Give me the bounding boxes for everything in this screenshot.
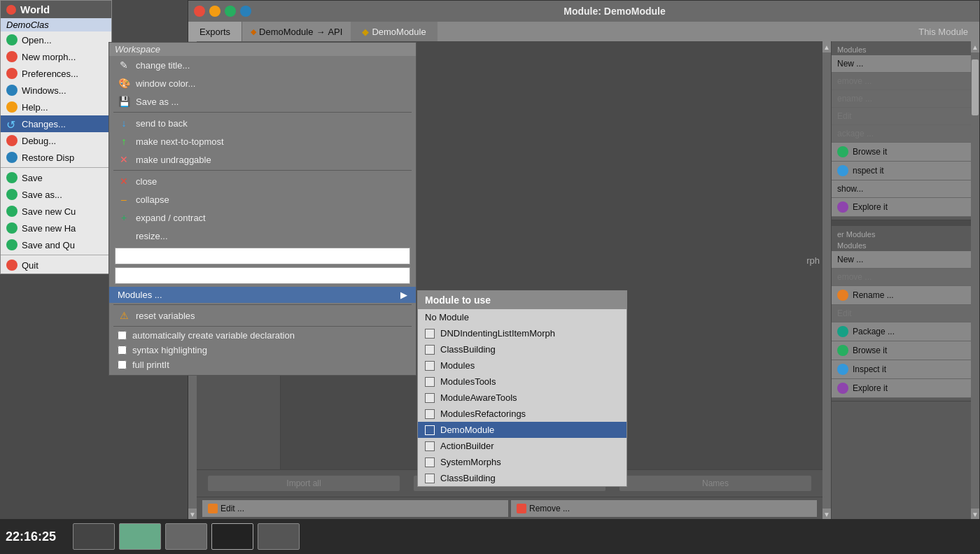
section-divider xyxy=(832,220,971,226)
auto-declare-checkbox[interactable] xyxy=(118,331,127,340)
show-button[interactable]: show... xyxy=(832,180,971,198)
cm-window-color[interactable]: 🎨 window color... xyxy=(109,74,416,92)
tab-this-module[interactable]: This Module xyxy=(907,22,979,41)
changes-icon: ↺ xyxy=(6,118,18,129)
cm-send-to-back[interactable]: ↓ send to back xyxy=(109,114,416,132)
window-minimize-button[interactable] xyxy=(209,6,220,17)
inspect2-button[interactable]: Inspect it xyxy=(832,360,971,379)
inspect-it-button[interactable]: nspect it xyxy=(832,162,971,180)
sidebar-item-save[interactable]: Save xyxy=(1,169,111,186)
module-item-demomodule[interactable]: DemoModule xyxy=(418,422,626,438)
sidebar-item-new-morph[interactable]: New morph... xyxy=(1,48,111,65)
resize-icon xyxy=(118,229,130,242)
module-item-modules[interactable]: Modules xyxy=(418,357,626,374)
syntax-highlight-checkbox[interactable] xyxy=(118,346,127,355)
scroll-up-arrow-2[interactable]: ▲ xyxy=(822,41,831,52)
save-icon xyxy=(6,172,18,183)
sidebar-item-open[interactable]: Open... xyxy=(1,31,111,48)
sidebar-item-save-new-cu[interactable]: Save new Cu xyxy=(1,203,111,220)
full-printit-checkbox[interactable] xyxy=(118,360,127,369)
submenu-arrow-icon: ▶ xyxy=(400,290,407,300)
cm-collapse[interactable]: – collapse xyxy=(109,190,416,208)
import-all-button[interactable]: Import all xyxy=(208,476,400,491)
new-module2-button[interactable]: New ... xyxy=(832,251,971,269)
taskbar-thumb-1[interactable] xyxy=(73,523,115,550)
edit2-button[interactable]: Edit xyxy=(832,305,971,322)
cm-save-as[interactable]: 💾 Save as ... xyxy=(109,92,416,111)
taskbar-thumb-3[interactable] xyxy=(165,523,207,550)
cm-reset-variables[interactable]: ⚠ reset variables xyxy=(109,306,416,325)
cm-make-undraggable[interactable]: ✕ make undraggable xyxy=(109,150,416,169)
sidebar-item-debug[interactable]: Debug... xyxy=(1,132,111,149)
cm-close[interactable]: ✕ close xyxy=(109,172,416,190)
cm-resize[interactable]: resize... xyxy=(109,227,416,245)
window-menu-button[interactable] xyxy=(240,6,251,17)
world-close-btn[interactable] xyxy=(6,5,16,15)
edit-module-button[interactable]: Edit xyxy=(832,108,971,125)
edit-button[interactable]: Edit ... xyxy=(202,500,508,517)
window-close-button[interactable] xyxy=(194,6,205,17)
sidebar-item-help[interactable]: Help... xyxy=(1,99,111,115)
tab-demomodule[interactable]: ◆ DemoModule xyxy=(351,22,437,41)
scroll-down-arrow[interactable]: ▼ xyxy=(188,509,197,520)
tab-api[interactable]: ◆ DemoModule → API xyxy=(242,22,351,41)
cm-change-title[interactable]: ✎ change title... xyxy=(109,56,416,74)
cm-make-topmost[interactable]: ↑ make next-to-topmost xyxy=(109,132,416,150)
scroll-down-arrow-2[interactable]: ▼ xyxy=(822,509,831,520)
windows-icon xyxy=(6,85,18,96)
sidebar-item-save-new-ha[interactable]: Save new Ha xyxy=(1,220,111,236)
sidebar-item-windows[interactable]: Windows... xyxy=(1,82,111,99)
names-button[interactable]: Names xyxy=(620,476,811,491)
sidebar-item-restore[interactable]: Restore Disp xyxy=(1,149,111,166)
far-right-scrollbar[interactable]: ▲ ▼ xyxy=(971,41,979,520)
rename-module-button[interactable]: ename ... xyxy=(832,90,971,108)
right-panel: Modules New ... emove ... ename ... Edit… xyxy=(831,41,971,520)
module-item-classbuilding[interactable]: ClassBuilding xyxy=(418,341,626,357)
cm-input-1[interactable] xyxy=(115,248,410,264)
cm-auto-declare[interactable]: automatically create variable declaratio… xyxy=(109,328,416,343)
tab-exports[interactable]: Exports xyxy=(188,22,242,41)
taskbar-thumb-2[interactable] xyxy=(119,523,161,550)
action-btns-row: Edit ... Remove ... xyxy=(197,497,822,520)
sidebar-item-save-as[interactable]: Save as... xyxy=(1,186,111,203)
explore2-button[interactable]: Explore it xyxy=(832,379,971,398)
sidebar-item-save-and-qu[interactable]: Save and Qu xyxy=(1,236,111,253)
sidebar-item-quit[interactable]: Quit xyxy=(1,257,111,274)
right-inner-scrollbar[interactable]: ▲ ▼ xyxy=(822,41,831,520)
module-item-actionbuilder[interactable]: ActionBuilder xyxy=(418,438,626,454)
taskbar-thumb-5[interactable] xyxy=(258,523,300,550)
remove-button[interactable]: Remove ... xyxy=(511,500,817,517)
cm-modules-submenu[interactable]: Modules ... ▶ xyxy=(109,287,416,303)
browse-it-button[interactable]: Browse it xyxy=(832,143,971,162)
cm-syntax-highlight[interactable]: syntax highlighting xyxy=(109,343,416,357)
package-button[interactable]: ackage ... xyxy=(832,125,971,143)
scroll-down-arrow-3[interactable]: ▼ xyxy=(971,509,979,520)
sidebar-item-changes[interactable]: ↺ Changes... xyxy=(1,115,111,132)
close-icon: ✕ xyxy=(118,175,130,187)
cm-input-2[interactable] xyxy=(115,267,410,284)
module-item-modulestools[interactable]: ModulesTools xyxy=(418,374,626,390)
module-no-module[interactable]: No Module xyxy=(418,309,626,325)
cm-expand[interactable]: + expand / contract xyxy=(109,208,416,227)
module-item-systemmorphs[interactable]: SystemMorphs xyxy=(418,454,626,470)
module-item-classbuilding2[interactable]: ClassBuilding xyxy=(418,470,626,486)
window-maximize-button[interactable] xyxy=(225,6,236,17)
other-modules-section: er Modules Modules New ... emove ... Ren… xyxy=(832,226,971,402)
sidebar-item-preferences[interactable]: Preferences... xyxy=(1,65,111,82)
module-item-dnd[interactable]: DNDIndentingListItemMorph xyxy=(418,325,626,341)
explore-it-button-top[interactable]: Explore it xyxy=(832,198,971,217)
edit-icon xyxy=(208,504,218,513)
remove-module-button[interactable]: emove ... xyxy=(832,73,971,90)
cm-full-printit[interactable]: full printIt xyxy=(109,357,416,372)
new-module-button[interactable]: New ... xyxy=(832,55,971,73)
module-item-moduleawaretools[interactable]: ModuleAwareTools xyxy=(418,390,626,406)
module-checkbox-modulestools xyxy=(425,377,435,387)
explore2-icon xyxy=(837,383,848,394)
browse2-button[interactable]: Browse it xyxy=(832,341,971,360)
package2-button[interactable]: Package ... xyxy=(832,322,971,341)
rename2-button[interactable]: Rename ... xyxy=(832,286,971,305)
scroll-up-arrow-3[interactable]: ▲ xyxy=(971,41,979,52)
remove-module2-button[interactable]: emove ... xyxy=(832,269,971,286)
taskbar-thumb-4[interactable] xyxy=(211,523,253,550)
module-item-modulesrefactorings[interactable]: ModulesRefactorings xyxy=(418,406,626,422)
